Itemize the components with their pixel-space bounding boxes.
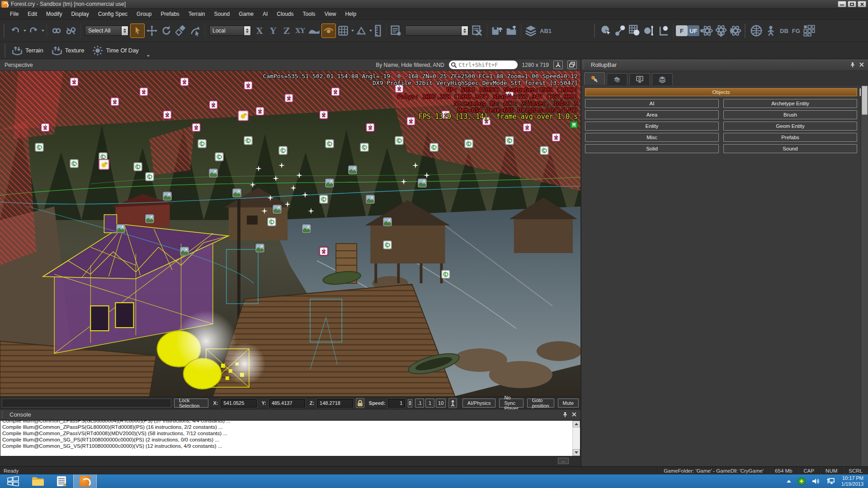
viewport[interactable]: CamPos=535.51 502.01 154.88 Angl=-19 0 -… xyxy=(0,71,580,397)
object-type-button-area[interactable]: Area xyxy=(585,110,719,119)
texture-button[interactable]: Texture xyxy=(49,46,90,56)
rollup-tab-objects[interactable] xyxy=(584,72,605,85)
lock-selection-button[interactable]: Lock Selection xyxy=(174,399,208,408)
viewport-title[interactable]: Perspective xyxy=(0,62,33,68)
viewport-maximize-button[interactable] xyxy=(567,61,577,69)
rollupbar-scrollbar[interactable] xyxy=(861,85,868,466)
material-editor-button[interactable] xyxy=(749,23,764,38)
lock-axis-button[interactable] xyxy=(356,398,364,408)
spiral-billboard-icon[interactable] xyxy=(35,143,44,152)
menu-item-tools[interactable]: Tools xyxy=(298,9,320,20)
character-editor-button[interactable] xyxy=(764,23,778,38)
grapes-billboard-icon[interactable] xyxy=(110,97,119,106)
photo-billboard-icon[interactable] xyxy=(418,178,427,188)
taskbar-clock[interactable]: 10:17 PM 1/19/2013 xyxy=(841,475,863,487)
photo-billboard-icon[interactable] xyxy=(116,224,125,233)
object-type-button-sound[interactable]: Sound xyxy=(723,144,857,153)
star-billboard-icon[interactable] xyxy=(261,208,268,214)
star-billboard-icon[interactable] xyxy=(302,192,308,198)
snap-object-grid-button[interactable] xyxy=(627,23,642,38)
grapes-billboard-icon[interactable] xyxy=(244,81,253,90)
grapes-billboard-icon[interactable] xyxy=(70,77,79,86)
star-billboard-icon[interactable] xyxy=(424,172,430,178)
axis-xy-button[interactable]: XY xyxy=(293,27,307,34)
spiral-billboard-icon[interactable] xyxy=(215,152,224,161)
taskbar-editor-button[interactable] xyxy=(50,474,73,488)
grapes-billboard-icon[interactable] xyxy=(180,77,189,86)
menu-item-game[interactable]: Game xyxy=(234,9,258,20)
object-height-button[interactable] xyxy=(642,23,656,38)
close-icon[interactable] xyxy=(571,412,577,417)
unlink-button[interactable] xyxy=(64,23,78,38)
object-type-button-prefabs[interactable]: Prefabs xyxy=(723,133,857,142)
object-type-button-archetype-entity[interactable]: Archetype Entity xyxy=(723,99,857,108)
object-type-button-entity[interactable]: Entity xyxy=(585,122,719,131)
unfreeze-button[interactable]: UF xyxy=(688,25,699,36)
spiral-billboard-icon[interactable] xyxy=(244,136,253,145)
grapes-billboard-icon[interactable] xyxy=(319,247,328,256)
time-of-day-button[interactable]: Time Of Day xyxy=(90,45,144,56)
menu-item-clouds[interactable]: Clouds xyxy=(272,9,298,20)
star-billboard-icon[interactable] xyxy=(267,195,274,201)
speed-field[interactable] xyxy=(388,399,405,408)
star-billboard-icon[interactable] xyxy=(273,175,279,182)
save-level-button[interactable] xyxy=(490,23,504,38)
pin-icon[interactable] xyxy=(850,62,855,68)
grapes-billboard-icon[interactable] xyxy=(209,100,218,109)
link-button[interactable] xyxy=(49,23,64,38)
close-button[interactable] xyxy=(858,1,866,7)
grid-snap-button[interactable] xyxy=(336,23,350,38)
control-button-mute[interactable]: Mute xyxy=(558,399,579,408)
database-view-button[interactable]: DB xyxy=(778,25,790,36)
console-scrollbar[interactable] xyxy=(572,421,580,456)
tray-expand-icon[interactable] xyxy=(787,480,791,483)
move-tool-button[interactable] xyxy=(145,23,159,38)
antivirus-tray-icon[interactable] xyxy=(797,477,806,485)
object-type-button-misc[interactable]: Misc xyxy=(585,133,719,142)
star-billboard-icon[interactable] xyxy=(412,162,419,169)
layer-settings-button[interactable] xyxy=(389,23,403,38)
viewport-axis-button[interactable] xyxy=(553,61,563,69)
menu-item-config-spec[interactable]: Config Spec xyxy=(94,9,132,20)
menu-item-modify[interactable]: Modify xyxy=(42,9,66,20)
undo-button[interactable] xyxy=(8,23,23,38)
ruler-button[interactable] xyxy=(372,23,384,38)
layout-grid-button[interactable] xyxy=(802,23,816,38)
speed-preset-10[interactable]: 10 xyxy=(436,399,446,408)
close-icon[interactable] xyxy=(859,62,864,67)
grapes-billboard-icon[interactable] xyxy=(139,87,148,96)
start-button[interactable] xyxy=(0,474,26,488)
photo-billboard-icon[interactable] xyxy=(273,205,282,214)
spiral-billboard-icon[interactable] xyxy=(198,139,207,148)
console-more-button[interactable]: ... xyxy=(558,458,569,464)
redo-button[interactable] xyxy=(26,23,41,38)
spiral-billboard-icon[interactable] xyxy=(429,143,439,152)
taskbar-sandbox-button[interactable] xyxy=(73,474,97,488)
z-coordinate-field[interactable] xyxy=(317,399,353,408)
layers-button[interactable] xyxy=(524,23,538,38)
spiral-billboard-icon[interactable] xyxy=(540,146,549,155)
layer-select-combo[interactable] xyxy=(405,26,468,36)
spiral-billboard-icon[interactable] xyxy=(441,270,450,279)
object-type-button-geom-entity[interactable]: Geom Entity xyxy=(723,122,857,131)
rollup-tab-terrain[interactable] xyxy=(607,73,627,85)
spiral-billboard-icon[interactable] xyxy=(70,159,79,168)
follow-terrain-button[interactable] xyxy=(307,23,321,38)
grapes-billboard-icon[interactable] xyxy=(41,123,50,132)
clear-layer-button[interactable] xyxy=(470,23,485,38)
freeze-button[interactable]: F xyxy=(676,25,688,36)
taskbar-explorer-button[interactable] xyxy=(26,474,50,488)
photo-billboard-icon[interactable] xyxy=(302,224,311,233)
terrain-button[interactable]: Terrain xyxy=(9,46,49,56)
rollup-tab-display[interactable] xyxy=(629,73,650,85)
speed-preset-1[interactable]: .1 xyxy=(415,399,424,408)
menu-item-edit[interactable]: Edit xyxy=(23,9,42,20)
objects-section-header[interactable]: Objects xyxy=(585,88,857,96)
star-billboard-icon[interactable] xyxy=(401,178,407,185)
physics-simulate-button[interactable] xyxy=(728,23,743,38)
star-billboard-icon[interactable] xyxy=(278,162,285,169)
star-billboard-icon[interactable] xyxy=(296,172,302,178)
scale-tool-button[interactable] xyxy=(174,23,188,38)
console-title-bar[interactable]: Console xyxy=(0,409,580,420)
grapes-billboard-icon[interactable] xyxy=(552,133,561,142)
